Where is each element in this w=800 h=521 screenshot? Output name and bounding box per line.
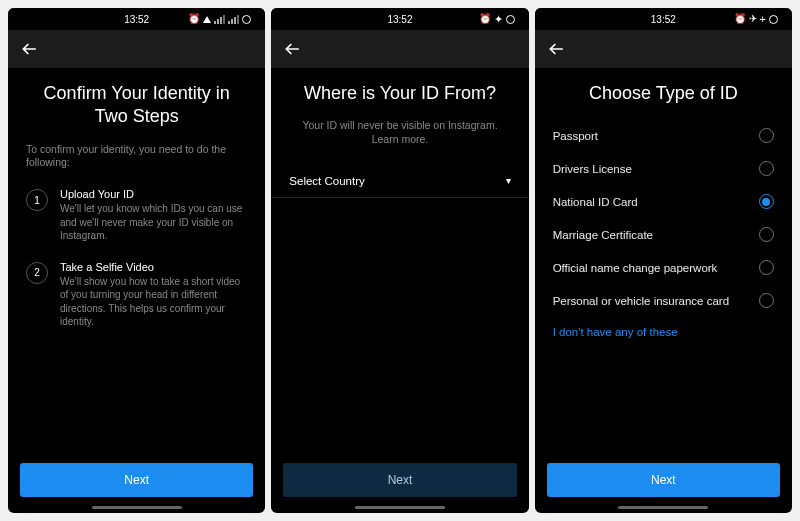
radio-icon-selected xyxy=(759,194,774,209)
id-option-label: Drivers License xyxy=(553,163,632,175)
home-indicator[interactable] xyxy=(618,506,708,509)
arrow-left-icon xyxy=(20,39,40,59)
step-number-1: 1 xyxy=(26,189,48,211)
alarm-icon: ⏰ xyxy=(479,14,491,24)
home-indicator[interactable] xyxy=(355,506,445,509)
screen-id-type: 13:52 ⏰ ✈ + Choose Type of ID Passport D… xyxy=(535,8,792,513)
step-row-2: 2 Take a Selfie Video We'll show you how… xyxy=(26,261,247,329)
id-option-label: Personal or vehicle insurance card xyxy=(553,295,729,307)
status-time: 13:52 xyxy=(124,14,149,25)
next-button[interactable]: Next xyxy=(20,463,253,497)
status-time: 13:52 xyxy=(651,14,676,25)
wifi-icon xyxy=(203,16,211,23)
status-bar: 13:52 ⏰ ✦ xyxy=(271,8,528,30)
id-option-label: Official name change paperwork xyxy=(553,262,718,274)
radio-icon xyxy=(759,227,774,242)
battery-circle-icon xyxy=(242,15,251,24)
id-option-drivers-license[interactable]: Drivers License xyxy=(553,152,774,185)
content: Where is Your ID From? Your ID will neve… xyxy=(271,68,528,451)
step-text-2: Take a Selfie Video We'll show you how t… xyxy=(60,261,247,329)
id-option-marriage-certificate[interactable]: Marriage Certificate xyxy=(553,218,774,251)
back-button[interactable] xyxy=(547,39,567,59)
plus-icon: + xyxy=(760,14,766,25)
id-option-national-id[interactable]: National ID Card xyxy=(553,185,774,218)
radio-icon xyxy=(759,128,774,143)
id-option-insurance-card[interactable]: Personal or vehicle insurance card xyxy=(553,284,774,317)
header xyxy=(8,30,265,68)
status-time: 13:52 xyxy=(387,14,412,25)
page-subtitle: Your ID will never be visible on Instagr… xyxy=(289,119,510,146)
battery-circle-icon xyxy=(506,15,515,24)
chevron-down-icon: ▾ xyxy=(506,175,511,186)
select-country-label: Select Country xyxy=(289,175,364,187)
id-option-label: Passport xyxy=(553,130,598,142)
footer: Next xyxy=(535,451,792,513)
content: Choose Type of ID Passport Drivers Licen… xyxy=(535,68,792,451)
alarm-icon: ⏰ xyxy=(734,14,746,24)
radio-icon xyxy=(759,293,774,308)
id-option-name-change[interactable]: Official name change paperwork xyxy=(553,251,774,284)
radio-icon xyxy=(759,260,774,275)
back-button[interactable] xyxy=(20,39,40,59)
id-option-label: Marriage Certificate xyxy=(553,229,653,241)
footer: Next xyxy=(8,451,265,513)
id-option-passport[interactable]: Passport xyxy=(553,119,774,152)
plane-icon: ✈ xyxy=(749,14,757,24)
step-2-desc: We'll show you how to take a short video… xyxy=(60,275,247,329)
step-text-1: Upload Your ID We'll let you know which … xyxy=(60,188,247,243)
page-title: Confirm Your Identity in Two Steps xyxy=(26,82,247,129)
status-right: ⏰ xyxy=(188,14,251,24)
page-title: Where is Your ID From? xyxy=(289,82,510,105)
page-subtitle: To confirm your identity, you need to do… xyxy=(26,143,247,170)
page-title: Choose Type of ID xyxy=(553,82,774,105)
status-bar: 13:52 ⏰ ✈ + xyxy=(535,8,792,30)
content: Confirm Your Identity in Two Steps To co… xyxy=(8,68,265,451)
arrow-left-icon xyxy=(547,39,567,59)
footer: Next xyxy=(271,451,528,513)
next-button[interactable]: Next xyxy=(283,463,516,497)
screen-id-country: 13:52 ⏰ ✦ Where is Your ID From? Your ID… xyxy=(271,8,528,513)
select-country[interactable]: Select Country ▾ xyxy=(271,165,528,198)
status-right: ⏰ ✈ + xyxy=(734,14,778,25)
step-1-desc: We'll let you know which IDs you can use… xyxy=(60,202,247,243)
back-button[interactable] xyxy=(283,39,303,59)
home-indicator[interactable] xyxy=(92,506,182,509)
no-id-link[interactable]: I don't have any of these xyxy=(553,317,774,347)
step-number-2: 2 xyxy=(26,262,48,284)
id-option-label: National ID Card xyxy=(553,196,638,208)
step-row-1: 1 Upload Your ID We'll let you know whic… xyxy=(26,188,247,243)
screen-confirm-identity: 13:52 ⏰ Confirm Your Identity in Two Ste… xyxy=(8,8,265,513)
alarm-icon: ⏰ xyxy=(188,14,200,24)
status-right: ⏰ ✦ xyxy=(479,14,515,25)
next-button[interactable]: Next xyxy=(547,463,780,497)
signal-icon-2 xyxy=(228,15,239,24)
step-2-title: Take a Selfie Video xyxy=(60,261,247,273)
plus-icon: ✦ xyxy=(494,14,503,25)
radio-icon xyxy=(759,161,774,176)
arrow-left-icon xyxy=(283,39,303,59)
status-bar: 13:52 ⏰ xyxy=(8,8,265,30)
header xyxy=(535,30,792,68)
battery-circle-icon xyxy=(769,15,778,24)
signal-icon xyxy=(214,15,225,24)
header xyxy=(271,30,528,68)
step-1-title: Upload Your ID xyxy=(60,188,247,200)
